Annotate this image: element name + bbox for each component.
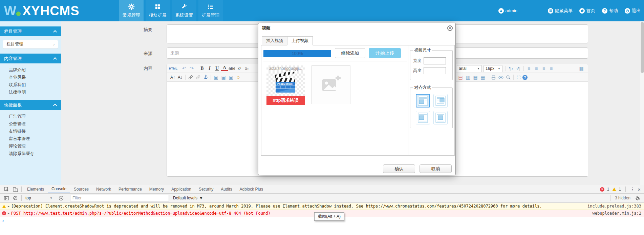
warning-count[interactable]: 1 — [619, 187, 621, 192]
width-input[interactable] — [424, 57, 446, 64]
live-expression-eye-icon[interactable] — [57, 194, 65, 202]
devtools-tab-audits[interactable]: Audits — [217, 185, 236, 193]
align-option-wrap-left[interactable] — [416, 94, 430, 107]
height-input[interactable] — [424, 67, 446, 74]
sidebar-item-clear-cache[interactable]: 清除系统缓存 — [0, 150, 61, 157]
device-toolbar-icon[interactable] — [11, 185, 20, 193]
chromestatus-link[interactable]: https://www.chromestatus.com/features/45… — [366, 204, 498, 209]
devtools-tab-memory[interactable]: Memory — [146, 185, 168, 193]
sidebar-item-notice[interactable]: 公告管理 — [0, 120, 61, 128]
paragraph-ltr-icon[interactable]: ¶› — [507, 65, 515, 72]
execution-context-select[interactable]: top▼ — [23, 195, 55, 201]
sidebar-item-comments[interactable]: 评论管理 — [0, 142, 61, 150]
devtools-tab-sources[interactable]: Sources — [70, 185, 92, 193]
devtools-tab-console[interactable]: Console — [48, 185, 70, 193]
sidebar-item-brand[interactable]: 品牌介绍 — [0, 66, 61, 74]
tab-insert-video[interactable]: 插入视频 — [262, 36, 287, 45]
font-size-increase-icon[interactable]: A↑ — [169, 74, 176, 81]
print-icon[interactable] — [490, 74, 497, 81]
request-url-link[interactable]: http://www.test.test/admin.php?s=/Public… — [23, 211, 231, 216]
bold-icon[interactable]: B — [198, 65, 206, 72]
error-badge-icon[interactable]: × — [600, 187, 604, 192]
table-icon[interactable]: ▦ — [578, 65, 585, 72]
align-option-block-left[interactable] — [416, 111, 430, 124]
sidebar-section-quickpanel[interactable]: 快捷面板 — [0, 100, 61, 110]
sidebar-item-ads[interactable]: 广告管理 — [0, 113, 61, 120]
align-option-wrap-right[interactable] — [433, 94, 448, 107]
sidebar-item-guestbook[interactable]: 留言本管理 — [0, 135, 61, 142]
sidebar-section-columns[interactable]: 栏目管理 — [0, 26, 61, 36]
continue-add-button[interactable]: 继续添加 — [335, 48, 365, 58]
page-scrollbar[interactable] — [640, 21, 644, 185]
align-left-icon[interactable]: ≡ — [525, 65, 533, 72]
expand-arrow-icon[interactable]: ▶ — [8, 205, 9, 208]
devtools-tab-performance[interactable]: Performance — [115, 185, 146, 193]
devtools-tab-elements[interactable]: Elements — [23, 185, 48, 193]
hidden-messages-label[interactable]: 3 hidden — [615, 196, 630, 200]
align-option-block-center[interactable] — [433, 111, 448, 124]
devtools-menu-icon[interactable]: ⋮ — [630, 187, 635, 192]
add-video-placeholder[interactable] — [312, 65, 350, 104]
devtools-tab-security[interactable]: Security — [195, 185, 217, 193]
error-source-link[interactable]: webuploader.min.js:2 — [593, 211, 642, 216]
emotion-icon[interactable]: ☺ — [235, 74, 242, 81]
superscript-icon[interactable]: x² — [236, 65, 243, 72]
align-center-icon[interactable]: ≡ — [533, 65, 540, 72]
sidebar-section-content[interactable]: 内容管理 — [0, 54, 61, 63]
table-cell-props-icon[interactable]: ▦ — [472, 74, 479, 81]
confirm-button[interactable]: 确认 — [383, 164, 415, 173]
uploaded-file-item[interactable]: aizaizhongguojiji... PRODUCTION — [266, 65, 305, 105]
sidebar-item-legal[interactable]: 法律申明 — [0, 89, 61, 96]
clear-console-icon[interactable] — [11, 194, 20, 202]
font-size-decrease-icon[interactable]: A↓ — [176, 74, 184, 81]
tab-upload-video[interactable]: 上传视频 — [287, 36, 313, 45]
undo-icon[interactable]: ↶ — [180, 65, 188, 72]
sidebar-item-column-manage[interactable]: 栏目管理› — [3, 40, 58, 49]
console-prompt-icon[interactable]: › — [2, 218, 4, 223]
link-icon[interactable] — [187, 74, 194, 81]
font-family-select[interactable]: arial▼ — [457, 65, 482, 72]
image-inline-icon[interactable]: ▣ — [220, 74, 227, 81]
paragraph-rtl-icon[interactable]: ‹¶ — [515, 65, 522, 72]
console-filter-input[interactable] — [70, 195, 169, 201]
table-col-props-icon[interactable]: ▥ — [464, 74, 472, 81]
nav-tab-system[interactable]: 系统设置 — [172, 0, 196, 21]
home-button[interactable]: 首页 — [579, 8, 595, 14]
logout-button[interactable]: 退出 — [625, 8, 641, 14]
sidebar-item-links[interactable]: 友情链接 — [0, 128, 61, 135]
warning-source-link[interactable]: include.preload.js:383 — [587, 204, 641, 209]
table-merge-icon[interactable]: ▦ — [479, 74, 487, 81]
italic-icon[interactable]: I — [206, 65, 213, 72]
log-levels-select[interactable]: Default levels▼ — [173, 196, 203, 200]
hide-menu-button[interactable]: 隐藏菜单 — [548, 8, 573, 14]
font-color-icon[interactable]: A — [221, 65, 228, 71]
scrollbar-thumb[interactable] — [641, 22, 644, 73]
subscript-icon[interactable]: x₂ — [243, 65, 251, 72]
fullscreen-icon[interactable]: ⛶ — [515, 74, 522, 81]
unlink-icon[interactable] — [194, 74, 202, 81]
devtools-tab-adblock[interactable]: Adblock Plus — [236, 185, 267, 193]
close-icon[interactable]: × — [447, 25, 453, 31]
start-upload-button[interactable]: 开始上传 — [369, 48, 401, 58]
redo-icon[interactable]: ↷ — [188, 65, 195, 72]
image-align-left-icon[interactable]: ▣ — [212, 74, 220, 81]
error-count[interactable]: 1 — [607, 187, 609, 192]
logo[interactable]: W●XYHCMS — [4, 3, 80, 19]
console-sidebar-toggle-icon[interactable] — [2, 194, 11, 202]
expand-arrow-icon[interactable]: ▶ — [8, 212, 9, 215]
align-justify-icon[interactable]: ≡ — [548, 65, 555, 72]
image-align-right-icon[interactable]: ▣ — [227, 74, 235, 81]
console-settings-gear-icon[interactable] — [633, 194, 642, 202]
table-row-props-icon[interactable]: ▤ — [457, 74, 464, 81]
warning-badge-icon[interactable] — [612, 188, 616, 191]
nav-tab-general[interactable]: 常规管理 — [119, 0, 144, 21]
nav-tab-modules[interactable]: 模块扩展 — [146, 0, 170, 21]
anchor-icon[interactable] — [202, 74, 209, 81]
console-warning-row[interactable]: ▶ [Deprecation] Element.createShadowRoot… — [0, 203, 644, 210]
nav-tab-extensions[interactable]: 扩展管理 — [198, 0, 223, 21]
inspect-element-icon[interactable] — [2, 185, 11, 193]
preview-icon[interactable] — [497, 74, 505, 81]
sidebar-item-company[interactable]: 企业风采 — [0, 74, 61, 81]
devtools-tab-network[interactable]: Network — [92, 185, 115, 193]
sidebar-item-contact[interactable]: 联系我们 — [0, 81, 61, 89]
